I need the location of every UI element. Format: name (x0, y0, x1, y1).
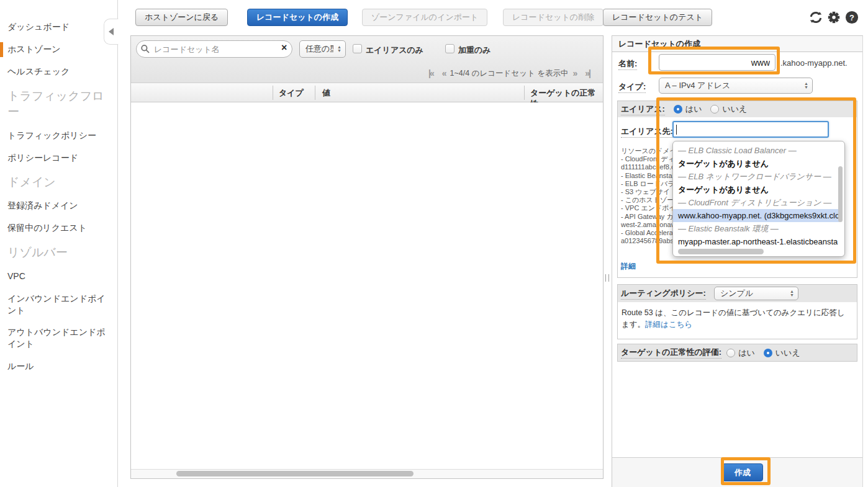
search-input[interactable] (136, 40, 292, 58)
alias-yes-label: はい (685, 104, 702, 115)
filter-bar: × 任意の型 ▲▼ エイリアスのみ 加重のみ |« « 1~4/4 のレコードセ… (131, 36, 603, 83)
svg-text:?: ? (849, 13, 854, 22)
record-set-table-body (131, 102, 603, 469)
last-page-icon[interactable]: »| (585, 68, 590, 78)
alias-section-header: エイリアス: はい いいえ (618, 101, 857, 117)
dropdown-group-elastic-beanstalk: — Elastic Beanstalk 環境 — (673, 222, 839, 235)
next-page-icon[interactable]: » (573, 68, 577, 78)
horizontal-scrollbar-thumb[interactable] (176, 471, 414, 476)
pagination: |« « 1~4/4 のレコードセット を表示中 » »| (131, 63, 603, 83)
alias-target-input[interactable] (672, 121, 829, 138)
first-page-icon[interactable]: |« (428, 68, 433, 78)
name-suffix: .kahoo-myapp.net. (780, 58, 848, 68)
import-zone-file-button[interactable]: ゾーンファイルのインポート (362, 9, 487, 26)
dropdown-vertical-scrollbar-thumb[interactable] (838, 166, 843, 222)
alias-target-dropdown: — ELB Classic Load Balancer — ターゲットがありませ… (672, 141, 845, 257)
dropdown-option-no-targets[interactable]: ターゲットがありません (673, 183, 839, 196)
alias-no-label: いいえ (722, 104, 747, 115)
select-stepper-icon: ▲▼ (804, 82, 808, 89)
sidebar-item-rules[interactable]: ルール (7, 360, 109, 372)
sidebar-item-hosted-zones[interactable]: ホストゾーン (7, 43, 109, 55)
type-select-value: A – IPv4 アドレス (665, 80, 800, 91)
sidebar-collapse-button[interactable] (104, 19, 119, 45)
select-stepper-icon: ▲▼ (337, 45, 341, 53)
record-set-list-panel: × 任意の型 ▲▼ エイリアスのみ 加重のみ |« « 1~4/4 のレコードセ… (130, 35, 604, 479)
weighted-only-label: 加重のみ (458, 45, 491, 56)
alias-only-label: エイリアスのみ (366, 45, 423, 56)
sidebar-header-domains: ドメイン (7, 174, 109, 190)
name-input[interactable] (659, 54, 775, 71)
health-no-radio[interactable] (764, 349, 772, 357)
routing-policy-label: ルーティングポリシー: (621, 288, 706, 300)
record-type-select[interactable]: 任意の型 ▲▼ (299, 40, 346, 58)
alias-label: エイリアス: (621, 104, 665, 115)
refresh-icon[interactable] (809, 11, 823, 24)
routing-policy-select-value: シンプル (720, 288, 786, 299)
alias-only-checkbox[interactable] (353, 44, 362, 53)
test-record-set-button[interactable]: レコードセットのテスト (603, 9, 712, 26)
routing-policy-header: ルーティングポリシー: シンプル ▲▼ (618, 285, 857, 302)
dropdown-option-beanstalk-env[interactable]: myapp-master.ap-northeast-1.elasticbeans… (673, 235, 839, 248)
sidebar-item-dashboard[interactable]: ダッシュボード (7, 21, 109, 33)
details-link[interactable]: 詳細 (621, 261, 636, 272)
dropdown-group-cloudfront: — CloudFront ディストリビューション — (673, 196, 839, 209)
health-no-label: いいえ (775, 347, 800, 359)
sidebar: ダッシュボード ホストゾーン ヘルスチェック トラフィックフロー トラフィックポ… (0, 0, 118, 487)
sidebar-item-traffic-policies[interactable]: トラフィックポリシー (7, 130, 109, 141)
sidebar-item-policy-records[interactable]: ポリシーレコード (7, 152, 109, 164)
sidebar-item-vpc[interactable]: VPC (7, 270, 109, 282)
text-caret (676, 125, 677, 135)
name-label: 名前: (618, 58, 637, 70)
sidebar-item-outbound-endpoints[interactable]: アウトバウンドエンドポイント (7, 326, 109, 350)
pagination-text: 1~4/4 のレコードセット を表示中 (450, 68, 569, 79)
dropdown-horizontal-scrollbar[interactable] (677, 249, 834, 254)
back-to-hosted-zones-button[interactable]: ホストゾーンに戻る (135, 9, 228, 26)
prev-page-icon[interactable]: « (442, 68, 446, 78)
learn-more-link[interactable]: 詳細はこちら (645, 320, 692, 329)
routing-policy-section: ルーティングポリシー: シンプル ▲▼ Route 53 は、このレコードの値に… (617, 284, 857, 339)
create-record-set-button[interactable]: レコードセットの作成 (247, 9, 348, 26)
select-stepper-icon: ▲▼ (790, 290, 794, 297)
collapse-arrow-icon (109, 28, 114, 35)
sidebar-header-traffic-flow: トラフィックフロー (7, 88, 109, 120)
column-header-type: タイプ (279, 87, 304, 99)
target-health-section: ターゲットの正常性の評価: はい いいえ (617, 344, 857, 362)
splitter-grip-icon (605, 274, 609, 282)
health-yes-radio[interactable] (726, 349, 735, 357)
panel-footer: 作成 (612, 457, 862, 487)
dropdown-group-elb-classic: — ELB Classic Load Balancer — (673, 144, 839, 157)
type-label: タイプ: (618, 81, 646, 93)
routing-policy-help: Route 53 は、このレコードの値に基づいてのみクエリに応答します。詳細はこ… (618, 302, 857, 331)
create-record-set-panel: レコードセットの作成 名前: .kahoo-myapp.net. タイプ: A … (612, 35, 863, 487)
clear-search-icon[interactable]: × (281, 43, 287, 53)
table-header: タイプ 値 ターゲットの正常性 (131, 83, 603, 102)
route53-console: ダッシュボード ホストゾーン ヘルスチェック トラフィックフロー トラフィックポ… (0, 0, 868, 487)
help-icon[interactable]: ? (845, 11, 859, 24)
type-select[interactable]: A – IPv4 アドレス ▲▼ (659, 78, 813, 94)
target-health-label: ターゲットの正常性の評価: (621, 347, 721, 359)
sidebar-item-inbound-endpoints[interactable]: インバウンドエンドポイント (7, 293, 109, 316)
sidebar-item-health-checks[interactable]: ヘルスチェック (7, 66, 109, 78)
search-icon (140, 44, 150, 54)
create-button[interactable]: 作成 (722, 463, 763, 481)
alias-no-radio[interactable] (710, 105, 719, 114)
alias-yes-radio[interactable] (674, 105, 682, 114)
dropdown-option-no-targets[interactable]: ターゲットがありません (673, 157, 839, 170)
sidebar-item-pending-requests[interactable]: 保留中のリクエスト (7, 222, 109, 234)
dropdown-group-elb-network: — ELB ネットワークロードバランサー — (673, 170, 839, 183)
dropdown-horizontal-scrollbar-thumb[interactable] (678, 249, 764, 254)
sidebar-item-registered-domains[interactable]: 登録済みドメイン (7, 200, 109, 212)
dropdown-option-cloudfront-distribution[interactable]: www.kahoo-myapp.net. (d3kbgcmeks9xkt.clo (673, 209, 839, 222)
column-header-value: 値 (322, 87, 330, 99)
weighted-only-checkbox[interactable] (445, 44, 454, 53)
panel-splitter[interactable] (604, 35, 612, 479)
health-yes-label: はい (738, 347, 755, 359)
gear-icon[interactable] (827, 11, 841, 24)
panel-title: レコードセットの作成 (612, 36, 862, 52)
horizontal-scrollbar[interactable] (131, 469, 603, 478)
delete-record-set-button[interactable]: レコードセットの削除 (503, 9, 604, 26)
sidebar-header-resolver: リゾルバー (7, 244, 109, 261)
routing-policy-select[interactable]: シンプル ▲▼ (714, 287, 798, 300)
record-type-select-value: 任意の型 (305, 43, 333, 55)
target-health-header: ターゲットの正常性の評価: はい いいえ (618, 344, 857, 361)
